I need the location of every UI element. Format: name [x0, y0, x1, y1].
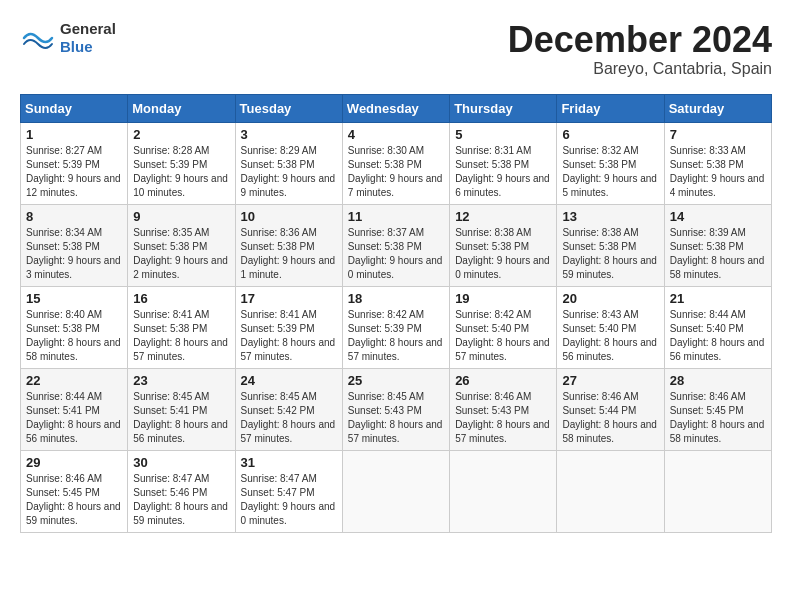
daylight-info: Daylight: 8 hours and 58 minutes. — [670, 254, 766, 282]
sunset-info: Sunset: 5:46 PM — [133, 486, 229, 500]
calendar-cell: 3 Sunrise: 8:29 AM Sunset: 5:38 PM Dayli… — [235, 122, 342, 204]
day-info: Sunrise: 8:44 AM Sunset: 5:41 PM Dayligh… — [26, 390, 122, 446]
day-info: Sunrise: 8:35 AM Sunset: 5:38 PM Dayligh… — [133, 226, 229, 282]
day-number: 18 — [348, 291, 444, 306]
sunset-info: Sunset: 5:38 PM — [670, 158, 766, 172]
sunrise-info: Sunrise: 8:42 AM — [348, 308, 444, 322]
calendar-cell: 11 Sunrise: 8:37 AM Sunset: 5:38 PM Dayl… — [342, 204, 449, 286]
calendar-cell: 21 Sunrise: 8:44 AM Sunset: 5:40 PM Dayl… — [664, 286, 771, 368]
sunrise-info: Sunrise: 8:42 AM — [455, 308, 551, 322]
daylight-info: Daylight: 8 hours and 57 minutes. — [348, 418, 444, 446]
day-number: 21 — [670, 291, 766, 306]
daylight-info: Daylight: 9 hours and 3 minutes. — [26, 254, 122, 282]
calendar-cell: 8 Sunrise: 8:34 AM Sunset: 5:38 PM Dayli… — [21, 204, 128, 286]
calendar-cell — [450, 450, 557, 532]
calendar-week-row: 29 Sunrise: 8:46 AM Sunset: 5:45 PM Dayl… — [21, 450, 772, 532]
sunrise-info: Sunrise: 8:28 AM — [133, 144, 229, 158]
daylight-info: Daylight: 9 hours and 9 minutes. — [241, 172, 337, 200]
calendar-cell: 31 Sunrise: 8:47 AM Sunset: 5:47 PM Dayl… — [235, 450, 342, 532]
day-header-thursday: Thursday — [450, 94, 557, 122]
sunrise-info: Sunrise: 8:31 AM — [455, 144, 551, 158]
daylight-info: Daylight: 9 hours and 5 minutes. — [562, 172, 658, 200]
daylight-info: Daylight: 8 hours and 56 minutes. — [26, 418, 122, 446]
calendar-cell: 23 Sunrise: 8:45 AM Sunset: 5:41 PM Dayl… — [128, 368, 235, 450]
day-number: 10 — [241, 209, 337, 224]
sunset-info: Sunset: 5:39 PM — [348, 322, 444, 336]
daylight-info: Daylight: 8 hours and 57 minutes. — [348, 336, 444, 364]
calendar-cell — [557, 450, 664, 532]
day-number: 6 — [562, 127, 658, 142]
sunrise-info: Sunrise: 8:30 AM — [348, 144, 444, 158]
calendar-cell: 17 Sunrise: 8:41 AM Sunset: 5:39 PM Dayl… — [235, 286, 342, 368]
daylight-info: Daylight: 8 hours and 58 minutes. — [562, 418, 658, 446]
sunrise-info: Sunrise: 8:46 AM — [670, 390, 766, 404]
sunrise-info: Sunrise: 8:32 AM — [562, 144, 658, 158]
sunset-info: Sunset: 5:42 PM — [241, 404, 337, 418]
day-number: 30 — [133, 455, 229, 470]
day-number: 8 — [26, 209, 122, 224]
day-header-saturday: Saturday — [664, 94, 771, 122]
sunrise-info: Sunrise: 8:33 AM — [670, 144, 766, 158]
calendar-cell: 6 Sunrise: 8:32 AM Sunset: 5:38 PM Dayli… — [557, 122, 664, 204]
day-number: 2 — [133, 127, 229, 142]
daylight-info: Daylight: 9 hours and 7 minutes. — [348, 172, 444, 200]
sunset-info: Sunset: 5:43 PM — [348, 404, 444, 418]
sunset-info: Sunset: 5:38 PM — [562, 240, 658, 254]
daylight-info: Daylight: 8 hours and 57 minutes. — [241, 336, 337, 364]
sunset-info: Sunset: 5:45 PM — [26, 486, 122, 500]
day-header-monday: Monday — [128, 94, 235, 122]
day-number: 27 — [562, 373, 658, 388]
day-header-tuesday: Tuesday — [235, 94, 342, 122]
day-number: 28 — [670, 373, 766, 388]
sunrise-info: Sunrise: 8:29 AM — [241, 144, 337, 158]
day-info: Sunrise: 8:38 AM Sunset: 5:38 PM Dayligh… — [562, 226, 658, 282]
calendar-cell: 24 Sunrise: 8:45 AM Sunset: 5:42 PM Dayl… — [235, 368, 342, 450]
daylight-info: Daylight: 9 hours and 0 minutes. — [241, 500, 337, 528]
day-number: 17 — [241, 291, 337, 306]
day-number: 3 — [241, 127, 337, 142]
daylight-info: Daylight: 8 hours and 58 minutes. — [670, 418, 766, 446]
day-info: Sunrise: 8:31 AM Sunset: 5:38 PM Dayligh… — [455, 144, 551, 200]
calendar-cell: 20 Sunrise: 8:43 AM Sunset: 5:40 PM Dayl… — [557, 286, 664, 368]
day-number: 9 — [133, 209, 229, 224]
day-info: Sunrise: 8:32 AM Sunset: 5:38 PM Dayligh… — [562, 144, 658, 200]
calendar-week-row: 8 Sunrise: 8:34 AM Sunset: 5:38 PM Dayli… — [21, 204, 772, 286]
month-title: December 2024 — [508, 20, 772, 60]
calendar-week-row: 22 Sunrise: 8:44 AM Sunset: 5:41 PM Dayl… — [21, 368, 772, 450]
day-info: Sunrise: 8:45 AM Sunset: 5:42 PM Dayligh… — [241, 390, 337, 446]
calendar-cell: 2 Sunrise: 8:28 AM Sunset: 5:39 PM Dayli… — [128, 122, 235, 204]
calendar-week-row: 1 Sunrise: 8:27 AM Sunset: 5:39 PM Dayli… — [21, 122, 772, 204]
sunset-info: Sunset: 5:41 PM — [26, 404, 122, 418]
calendar-cell: 14 Sunrise: 8:39 AM Sunset: 5:38 PM Dayl… — [664, 204, 771, 286]
title-block: December 2024 Bareyo, Cantabria, Spain — [508, 20, 772, 78]
day-info: Sunrise: 8:30 AM Sunset: 5:38 PM Dayligh… — [348, 144, 444, 200]
day-number: 29 — [26, 455, 122, 470]
day-number: 26 — [455, 373, 551, 388]
sunset-info: Sunset: 5:38 PM — [348, 240, 444, 254]
sunrise-info: Sunrise: 8:39 AM — [670, 226, 766, 240]
day-number: 13 — [562, 209, 658, 224]
day-info: Sunrise: 8:46 AM Sunset: 5:45 PM Dayligh… — [26, 472, 122, 528]
day-number: 16 — [133, 291, 229, 306]
calendar-cell: 18 Sunrise: 8:42 AM Sunset: 5:39 PM Dayl… — [342, 286, 449, 368]
day-info: Sunrise: 8:47 AM Sunset: 5:46 PM Dayligh… — [133, 472, 229, 528]
daylight-info: Daylight: 8 hours and 59 minutes. — [562, 254, 658, 282]
day-info: Sunrise: 8:39 AM Sunset: 5:38 PM Dayligh… — [670, 226, 766, 282]
day-info: Sunrise: 8:41 AM Sunset: 5:38 PM Dayligh… — [133, 308, 229, 364]
sunset-info: Sunset: 5:40 PM — [670, 322, 766, 336]
calendar-cell: 27 Sunrise: 8:46 AM Sunset: 5:44 PM Dayl… — [557, 368, 664, 450]
day-info: Sunrise: 8:46 AM Sunset: 5:45 PM Dayligh… — [670, 390, 766, 446]
sunrise-info: Sunrise: 8:36 AM — [241, 226, 337, 240]
day-number: 25 — [348, 373, 444, 388]
location-subtitle: Bareyo, Cantabria, Spain — [508, 60, 772, 78]
calendar-cell: 4 Sunrise: 8:30 AM Sunset: 5:38 PM Dayli… — [342, 122, 449, 204]
day-number: 11 — [348, 209, 444, 224]
day-number: 24 — [241, 373, 337, 388]
calendar-cell: 16 Sunrise: 8:41 AM Sunset: 5:38 PM Dayl… — [128, 286, 235, 368]
daylight-info: Daylight: 8 hours and 56 minutes. — [133, 418, 229, 446]
calendar-cell: 5 Sunrise: 8:31 AM Sunset: 5:38 PM Dayli… — [450, 122, 557, 204]
calendar-cell — [664, 450, 771, 532]
day-info: Sunrise: 8:46 AM Sunset: 5:44 PM Dayligh… — [562, 390, 658, 446]
calendar-cell: 13 Sunrise: 8:38 AM Sunset: 5:38 PM Dayl… — [557, 204, 664, 286]
daylight-info: Daylight: 8 hours and 57 minutes. — [133, 336, 229, 364]
